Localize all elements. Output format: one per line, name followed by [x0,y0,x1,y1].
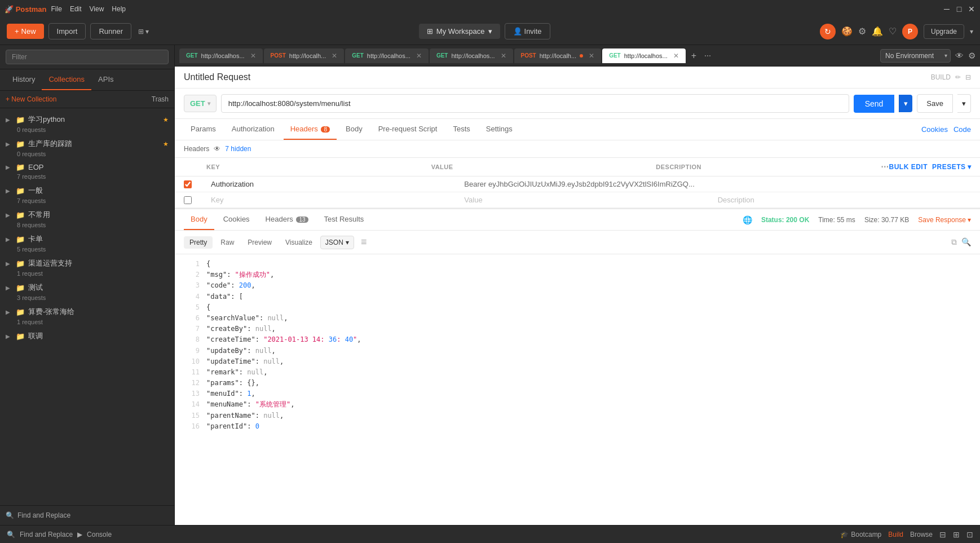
menu-help[interactable]: Help [112,5,126,13]
bulk-edit-button[interactable]: Bulk Edit [889,163,928,171]
sync-button[interactable]: ↻ [820,24,836,39]
console-label[interactable]: Console [87,531,112,538]
cookie-icon[interactable]: 🍪 [841,26,853,37]
layout-grid-icon[interactable]: ⊞ [953,530,960,539]
word-wrap-button[interactable]: ≡ [356,234,372,250]
trash-button[interactable]: Trash [152,95,169,103]
view-toggle-icon[interactable]: ⊞ ▾ [138,28,149,36]
header-checkbox-0[interactable] [184,180,192,188]
tab-close-4[interactable]: ✕ [589,52,594,60]
format-visualize-button[interactable]: Visualize [280,236,318,249]
import-button[interactable]: Import [48,23,86,39]
save-dropdown-button[interactable]: ▾ [957,94,971,113]
request-tab-2[interactable]: GET http://localhos... ✕ [345,48,429,63]
new-collection-button[interactable]: + New Collection [6,95,56,103]
tab-close-5[interactable]: ✕ [673,52,679,60]
tab-settings[interactable]: Settings [479,119,519,140]
edit-icon[interactable]: ✏ [955,73,961,81]
tab-params[interactable]: Params [184,119,223,140]
tab-headers[interactable]: Headers 8 [284,119,337,140]
sidebar-tab-history[interactable]: History [6,69,42,90]
sidebar-tab-collections[interactable]: Collections [42,69,91,90]
workspace-switcher[interactable]: ⊞ My Workspace ▾ [419,24,500,39]
method-select[interactable]: GET ▾ [184,95,217,112]
format-raw-button[interactable]: Raw [215,236,240,249]
copy-button[interactable]: ⧉ [951,237,957,247]
menu-view[interactable]: View [90,5,104,13]
response-tab-body[interactable]: Body [184,209,214,230]
bootcamp-button[interactable]: 🎓 Bootcamp [840,531,881,538]
tab-close-0[interactable]: ✕ [250,52,256,60]
collection-item-9[interactable]: ▶ 📁 联调 [0,327,174,345]
collection-name-2: EOP [28,163,169,171]
url-input[interactable] [221,94,849,113]
sidebar-tab-apis[interactable]: APIs [91,69,120,90]
tab-pre-request[interactable]: Pre-request Script [372,119,444,140]
header-value-0[interactable]: Bearer eyJhbGciOiJIUzUxMiJ9.eyJsb2dpbI91… [464,180,713,188]
eye-env-icon[interactable]: 👁 [955,51,964,60]
save-button[interactable]: Save [917,94,953,113]
minimize-button[interactable]: ─ [943,5,951,13]
response-tab-cookies[interactable]: Cookies [217,209,257,230]
tab-authorization[interactable]: Authorization [225,119,281,140]
settings-icon[interactable]: ⚙ [858,26,866,37]
json-viewer[interactable]: 1{2 "msg": "操作成功",3 "code": 200,4 "data"… [175,254,980,525]
tab-body[interactable]: Body [339,119,369,140]
browse-tab-button[interactable]: Browse [910,531,933,538]
chevron-right-icon: ▶ [6,117,12,123]
response-tab-test-results[interactable]: Test Results [317,209,371,230]
request-tab-3[interactable]: GET http://localhos... ✕ [430,48,513,63]
header-desc-placeholder-1[interactable]: Description [718,196,966,204]
search-input[interactable] [6,50,169,64]
tab-close-1[interactable]: ✕ [332,52,337,60]
maximize-button[interactable]: □ [955,5,963,13]
header-value-placeholder-1[interactable]: Value [464,196,713,204]
code-link[interactable]: Code [953,125,971,134]
request-tab-0[interactable]: GET http://localhos... ✕ [179,48,263,63]
more-options-button[interactable]: ⋯ [881,162,889,171]
search-response-button[interactable]: 🔍 [961,237,971,247]
request-tab-5[interactable]: GET http://localhos... ✕ [602,48,686,63]
send-button[interactable]: Send [854,95,895,113]
hidden-count[interactable]: 7 hidden [225,145,251,153]
settings-env-icon[interactable]: ⚙ [968,51,975,61]
tab-tests[interactable]: Tests [446,119,476,140]
cookies-link[interactable]: Cookies [921,125,948,134]
tab-close-3[interactable]: ✕ [501,52,506,60]
avatar[interactable]: P [902,24,918,39]
format-pretty-button[interactable]: Pretty [184,236,213,249]
presets-button[interactable]: Presets ▾ [932,163,971,171]
layout-toggle-icon[interactable]: ⊟ [939,530,946,539]
add-tab-button[interactable]: + [687,51,701,61]
close-button[interactable]: ✕ [968,5,975,13]
environment-select[interactable]: No Environment [880,49,951,63]
header-key-placeholder-1[interactable]: Key [211,196,460,204]
bell-icon[interactable]: 🔔 [872,26,883,37]
request-tab-4[interactable]: POST http://localh... ✕ [514,48,602,63]
find-replace-status-label[interactable]: Find and Replace [20,531,73,538]
layout-icon[interactable]: ⊟ [965,73,971,81]
request-tab-1[interactable]: POST http://localh... ✕ [264,48,345,63]
save-response-button[interactable]: Save Response ▾ [918,216,971,224]
build-tab-button[interactable]: Build [888,531,903,538]
upgrade-chevron-icon[interactable]: ▾ [970,28,973,36]
layout-split-icon[interactable]: ⊡ [966,530,973,539]
menu-file[interactable]: File [51,5,62,13]
upgrade-button[interactable]: Upgrade [924,24,964,39]
more-tabs-button[interactable]: ⋯ [702,52,713,60]
json-line: 15 "parentName": null, [184,410,971,421]
response-tab-headers[interactable]: Headers 13 [259,209,315,230]
send-dropdown-button[interactable]: ▾ [899,95,912,112]
find-replace-button[interactable]: 🔍 Find and Replace [6,511,169,519]
format-type-select[interactable]: JSON ▾ [320,236,354,249]
invite-button[interactable]: 👤 Invite [505,23,550,39]
header-row-0: Authorization Bearer eyJhbGciOiJIUzUxMiJ… [175,176,980,192]
new-button[interactable]: + New [7,24,44,39]
header-key-0[interactable]: Authorization [211,180,460,188]
menu-edit[interactable]: Edit [70,5,82,13]
header-checkbox-1[interactable] [184,196,192,204]
format-preview-button[interactable]: Preview [242,236,277,249]
tab-close-2[interactable]: ✕ [416,52,422,60]
heart-icon[interactable]: ♡ [889,26,897,37]
runner-button[interactable]: Runner [90,23,131,39]
